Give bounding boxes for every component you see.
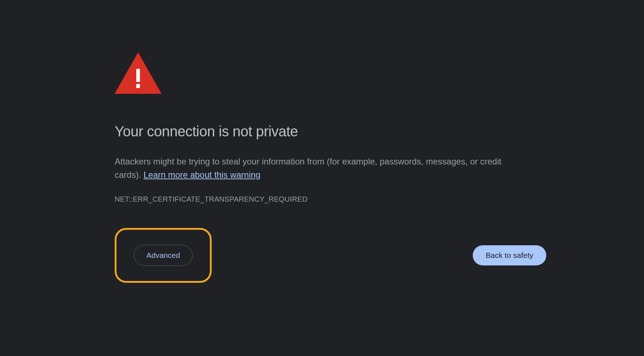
svg-rect-1 (136, 69, 140, 82)
page-title: Your connection is not private (115, 123, 546, 140)
ssl-warning-page: Your connection is not private Attackers… (0, 0, 546, 283)
advanced-highlight-box: Advanced (115, 228, 212, 283)
warning-description: Attackers might be trying to steal your … (115, 155, 529, 181)
learn-more-link[interactable]: Learn more about this warning (144, 170, 260, 180)
back-to-safety-button[interactable]: Back to safety (473, 245, 546, 265)
advanced-button[interactable]: Advanced (134, 245, 193, 266)
button-row: Advanced Back to safety (115, 228, 546, 283)
description-text-1: Attackers might be trying to steal your … (115, 157, 327, 166)
error-code: NET::ERR_CERTIFICATE_TRANSPARENCY_REQUIR… (115, 195, 546, 203)
warning-triangle-icon (115, 52, 546, 94)
svg-rect-2 (136, 84, 140, 88)
